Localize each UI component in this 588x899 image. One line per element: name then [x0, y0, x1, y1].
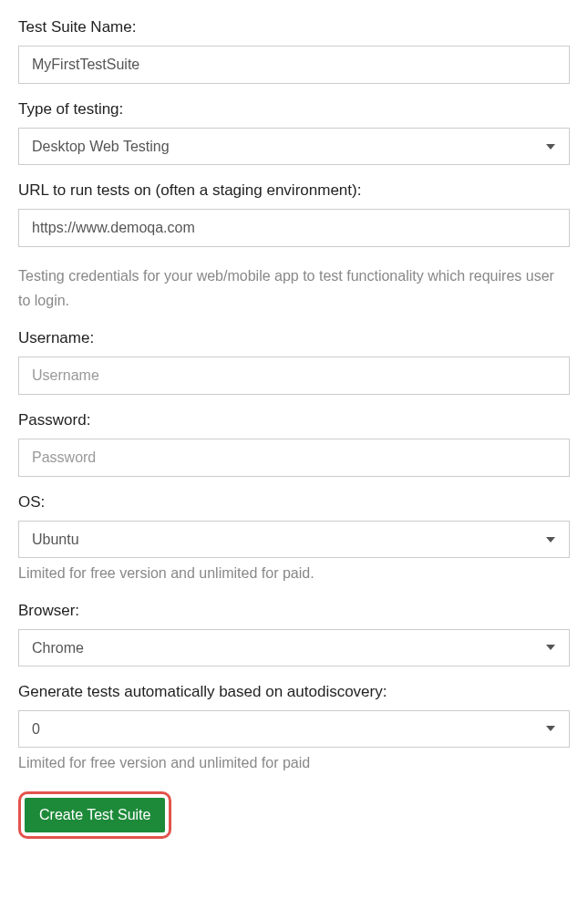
type-of-testing-label: Type of testing:: [18, 100, 570, 119]
url-input[interactable]: [18, 209, 570, 247]
password-input[interactable]: [18, 439, 570, 477]
create-test-suite-button[interactable]: Create Test Suite: [25, 798, 165, 832]
autodiscovery-select-wrap: 0: [18, 710, 570, 748]
username-label: Username:: [18, 329, 570, 347]
browser-select-wrap: Chrome: [18, 629, 570, 666]
autodiscovery-label: Generate tests automatically based on au…: [18, 683, 570, 701]
credentials-info-text: Testing credentials for your web/mobile …: [18, 264, 570, 313]
browser-label: Browser:: [18, 602, 570, 620]
os-label: OS:: [18, 493, 570, 512]
submit-highlight: Create Test Suite: [18, 791, 171, 839]
type-of-testing-select[interactable]: Desktop Web Testing: [18, 128, 570, 165]
autodiscovery-help-text: Limited for free version and unlimited f…: [18, 751, 570, 775]
url-label: URL to run tests on (often a staging env…: [18, 181, 570, 200]
type-of-testing-select-wrap: Desktop Web Testing: [18, 128, 570, 165]
test-suite-name-label: Test Suite Name:: [18, 18, 570, 36]
autodiscovery-select[interactable]: 0: [18, 710, 570, 748]
os-select[interactable]: Ubuntu: [18, 521, 570, 558]
browser-select[interactable]: Chrome: [18, 629, 570, 666]
os-select-wrap: Ubuntu: [18, 521, 570, 558]
username-input[interactable]: [18, 356, 570, 395]
test-suite-name-input[interactable]: [18, 46, 570, 84]
os-help-text: Limited for free version and unlimited f…: [18, 562, 570, 585]
password-label: Password:: [18, 411, 570, 429]
